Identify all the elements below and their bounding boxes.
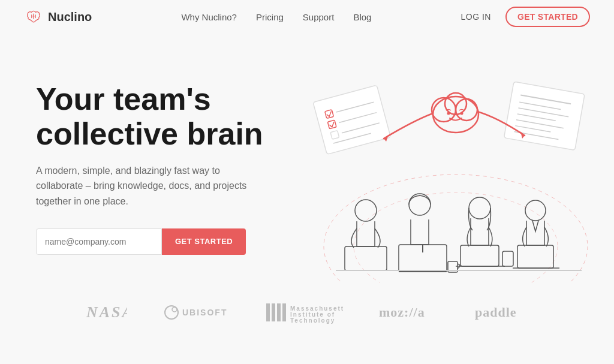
svg-text:moz://a: moz://a xyxy=(379,305,425,320)
team-illustration xyxy=(288,43,614,282)
svg-point-39 xyxy=(525,200,546,221)
nav-why-nuclino[interactable]: Why Nuclino? xyxy=(181,12,237,22)
svg-point-23 xyxy=(447,112,450,115)
svg-text:NASA: NASA xyxy=(86,304,127,321)
hero-illustration xyxy=(288,34,614,291)
svg-point-0 xyxy=(32,16,34,17)
svg-rect-3 xyxy=(313,85,391,154)
svg-point-35 xyxy=(469,197,490,219)
hero-subtitle: A modern, simple, and blazingly fast way… xyxy=(36,163,264,209)
svg-rect-48 xyxy=(272,303,275,313)
nav-right: LOG IN GET STARTED xyxy=(460,7,590,27)
mozilla-logo: moz://a xyxy=(379,303,439,321)
logo-text: Nuclino xyxy=(48,10,92,24)
svg-point-45 xyxy=(172,307,177,312)
svg-rect-40 xyxy=(517,245,553,268)
svg-rect-38 xyxy=(502,251,513,266)
login-button[interactable]: LOG IN xyxy=(460,12,490,22)
svg-point-24 xyxy=(460,112,463,115)
paddle-svg: paddle xyxy=(475,303,529,321)
email-input[interactable] xyxy=(36,228,162,255)
hero-left: Your team's collective brain A modern, s… xyxy=(36,70,288,254)
ubisoft-logo: UBISOFT xyxy=(163,303,229,321)
nav-support[interactable]: Support xyxy=(303,12,335,22)
svg-rect-51 xyxy=(282,303,286,321)
main-content: Your team's collective brain A modern, s… xyxy=(0,34,614,291)
svg-rect-49 xyxy=(272,312,275,321)
mozilla-svg: moz://a xyxy=(379,303,439,321)
logos-section: NASA UBISOFT Massachusetts Institute of … xyxy=(0,291,614,333)
get-started-main-button[interactable]: GET STARTED xyxy=(162,228,246,255)
mit-svg: Massachusetts Institute of Technology xyxy=(265,301,343,324)
navbar: Nuclino Why Nuclino? Pricing Support Blo… xyxy=(0,0,614,34)
ubisoft-svg: UBISOFT xyxy=(163,303,229,321)
paddle-logo: paddle xyxy=(475,303,529,321)
hero-title: Your team's collective brain xyxy=(36,82,288,151)
nav-blog[interactable]: Blog xyxy=(353,12,371,22)
mit-logo: Massachusetts Institute of Technology xyxy=(265,301,343,324)
nav-pricing[interactable]: Pricing xyxy=(256,12,284,22)
logo[interactable]: Nuclino xyxy=(24,7,92,26)
nasa-svg: NASA xyxy=(85,304,127,321)
svg-rect-28 xyxy=(345,246,387,270)
nasa-logo: NASA xyxy=(85,304,127,321)
cta-row: GET STARTED xyxy=(36,228,288,255)
svg-point-30 xyxy=(409,194,431,215)
svg-text:Technology: Technology xyxy=(290,317,335,324)
svg-text:UBISOFT: UBISOFT xyxy=(182,308,227,317)
nav-links: Why Nuclino? Pricing Support Blog xyxy=(181,12,371,22)
svg-text:paddle: paddle xyxy=(475,305,517,320)
svg-rect-36 xyxy=(460,245,499,266)
svg-rect-50 xyxy=(277,303,281,321)
svg-rect-47 xyxy=(266,303,270,321)
svg-point-20 xyxy=(432,98,456,122)
brain-icon xyxy=(24,7,43,26)
svg-rect-11 xyxy=(504,82,585,150)
svg-point-2 xyxy=(354,192,558,282)
svg-point-27 xyxy=(355,200,377,221)
get-started-nav-button[interactable]: GET STARTED xyxy=(505,7,590,27)
